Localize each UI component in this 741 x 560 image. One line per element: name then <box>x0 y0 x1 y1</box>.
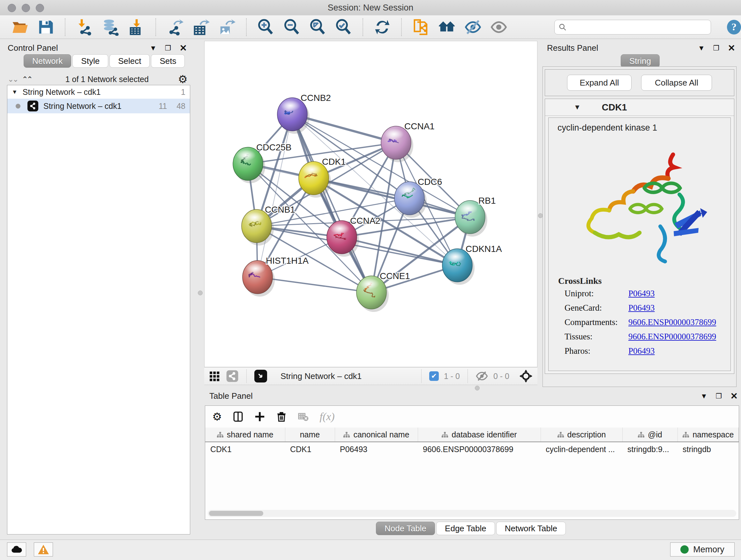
cell-shared-name[interactable]: CDK1 <box>205 442 285 456</box>
column-header[interactable]: canonical name <box>335 428 418 442</box>
tab-edge-table[interactable]: Edge Table <box>436 522 495 535</box>
table-row[interactable]: CDK1 CDK1 P06493 9606.ENSP00000378699 cy… <box>205 442 739 456</box>
hide-selected-eye-icon[interactable] <box>464 18 482 37</box>
panel-close-icon[interactable]: ✕ <box>180 43 187 53</box>
panel-menu-icon[interactable]: ▼ <box>698 44 705 52</box>
column-header[interactable]: @id <box>622 428 677 442</box>
network-canvas[interactable]: CCNB2CCNA1CDC25BCDK1CDC6RB1CCNB1CCNA2CDK… <box>204 41 537 367</box>
delete-column-trash-icon[interactable] <box>276 411 287 422</box>
cell-database-identifier[interactable]: 9606.ENSP00000378699 <box>418 442 541 456</box>
network-share-icon[interactable] <box>226 370 239 382</box>
birds-eye-view-button[interactable] <box>254 370 267 382</box>
node-CDKN1A[interactable]: CDKN1A <box>442 244 502 285</box>
hidden-eye-slash-icon[interactable] <box>475 370 488 382</box>
create-column-plus-icon[interactable] <box>254 411 265 422</box>
collapse-all-button[interactable]: Collapse All <box>641 75 712 91</box>
minimize-window-button[interactable] <box>22 4 30 12</box>
cell-namespace[interactable]: stringdb <box>677 442 739 456</box>
panel-close-icon[interactable]: ✕ <box>731 391 738 401</box>
horizontal-splitter-handle[interactable] <box>475 386 480 390</box>
panel-menu-icon[interactable]: ▼ <box>150 44 157 52</box>
right-splitter-handle[interactable] <box>538 213 543 218</box>
column-header[interactable]: description <box>541 428 622 442</box>
tab-node-table[interactable]: Node Table <box>376 522 435 535</box>
zoom-selected-icon[interactable] <box>335 18 352 37</box>
node-RB1[interactable]: RB1 <box>455 196 495 237</box>
tab-network[interactable]: Network <box>23 54 71 68</box>
tab-string[interactable]: String <box>621 54 660 68</box>
fit-crosshair-icon[interactable] <box>519 369 533 383</box>
gene-expander-icon[interactable]: ▼ <box>574 103 581 111</box>
open-session-icon[interactable] <box>11 18 28 37</box>
tab-sets[interactable]: Sets <box>151 54 185 68</box>
left-splitter-handle[interactable] <box>198 291 203 295</box>
export-image-icon[interactable] <box>218 18 235 37</box>
zoom-in-icon[interactable] <box>257 18 274 37</box>
save-session-icon[interactable] <box>37 18 54 37</box>
string-network-graph[interactable]: CCNB2CCNA1CDC25BCDK1CDC6RB1CCNB1CCNA2CDK… <box>205 41 537 367</box>
crosslink-value[interactable]: P06493 <box>628 289 731 299</box>
panel-float-icon[interactable]: ❐ <box>713 44 720 52</box>
memory-button[interactable]: Memory <box>670 543 735 557</box>
column-header[interactable]: name <box>285 428 335 442</box>
export-network-icon[interactable] <box>166 18 184 37</box>
column-header[interactable]: database identifier <box>418 428 541 442</box>
panel-menu-icon[interactable]: ▼ <box>700 392 708 400</box>
edge-CCNB2-CCNE1[interactable] <box>292 114 372 293</box>
search-input[interactable] <box>569 22 704 32</box>
panel-float-icon[interactable]: ❐ <box>716 392 722 400</box>
tab-network-table[interactable]: Network Table <box>496 522 566 535</box>
crosslink-value[interactable]: P06493 <box>628 303 731 313</box>
close-window-button[interactable] <box>8 4 16 12</box>
node-CCNB2[interactable]: CCNB2 <box>277 93 331 134</box>
zoom-out-icon[interactable] <box>283 18 300 37</box>
cloud-status-button[interactable] <box>7 543 26 557</box>
show-columns-icon[interactable] <box>232 411 244 422</box>
panel-float-icon[interactable]: ❐ <box>165 44 172 52</box>
expand-all-networks-icon[interactable]: ⌃⌃ <box>22 75 32 84</box>
cell-description[interactable]: cyclin-dependent ... <box>541 442 622 456</box>
crosslink-value[interactable]: P06493 <box>628 346 731 356</box>
node-table: shared name name canonical name database… <box>205 428 739 456</box>
apply-layout-icon[interactable] <box>374 18 391 37</box>
panel-close-icon[interactable]: ✕ <box>728 43 735 53</box>
crosslink-label: Tissues: <box>564 332 628 341</box>
import-network-database-icon[interactable] <box>102 18 119 37</box>
tab-style[interactable]: Style <box>72 54 108 68</box>
column-header[interactable]: namespace <box>677 428 739 442</box>
cell-id[interactable]: stringdb:9... <box>622 442 677 456</box>
collapse-all-networks-icon[interactable]: ⌄⌄ <box>8 75 17 84</box>
gene-section-header[interactable]: ▼ CDK1 <box>545 99 734 116</box>
import-network-file-icon[interactable] <box>76 18 93 37</box>
export-table-icon[interactable] <box>192 18 210 37</box>
network-row[interactable]: String Network – cdk1 11 48 <box>7 99 190 113</box>
node-CCNA1[interactable]: CCNA1 <box>381 121 434 162</box>
column-header[interactable]: shared name <box>205 428 285 442</box>
expand-all-button[interactable]: Expand All <box>567 75 631 91</box>
import-table-icon[interactable] <box>127 18 145 37</box>
warnings-button[interactable] <box>34 543 53 557</box>
selected-checkbox-icon[interactable]: ✔ <box>429 371 439 381</box>
scrollbar-thumb[interactable] <box>209 511 263 516</box>
cell-canonical-name[interactable]: P06493 <box>335 442 418 456</box>
grid-view-icon[interactable] <box>209 370 221 382</box>
zoom-fit-icon[interactable] <box>309 18 326 37</box>
network-options-gear-icon[interactable]: ⚙ <box>178 73 188 85</box>
edge-CCNB2-HIST1H1A[interactable] <box>258 114 292 277</box>
table-horizontal-scrollbar[interactable] <box>208 510 736 517</box>
network-collection-row[interactable]: ▼ String Network – cdk1 1 <box>7 85 190 99</box>
crosslink-value[interactable]: 9606.ENSP00000378699 <box>628 317 731 327</box>
collection-expander-icon[interactable]: ▼ <box>12 89 17 96</box>
cell-name[interactable]: CDK1 <box>285 442 335 456</box>
crosslink-value[interactable]: 9606.ENSP00000378699 <box>628 332 731 341</box>
zoom-window-button[interactable] <box>36 4 44 12</box>
netbar-separator <box>468 369 468 383</box>
show-all-eye-icon[interactable] <box>490 18 508 37</box>
node-CDC25B[interactable]: CDC25B <box>233 142 291 183</box>
string-query-icon[interactable] <box>412 18 429 37</box>
home-icon[interactable] <box>438 18 456 37</box>
tab-select[interactable]: Select <box>110 54 150 68</box>
node-HIST1H1A[interactable]: HIST1H1A <box>243 256 309 297</box>
help-button[interactable]: ? <box>727 20 741 35</box>
table-settings-gear-icon[interactable]: ⚙ <box>212 410 222 423</box>
